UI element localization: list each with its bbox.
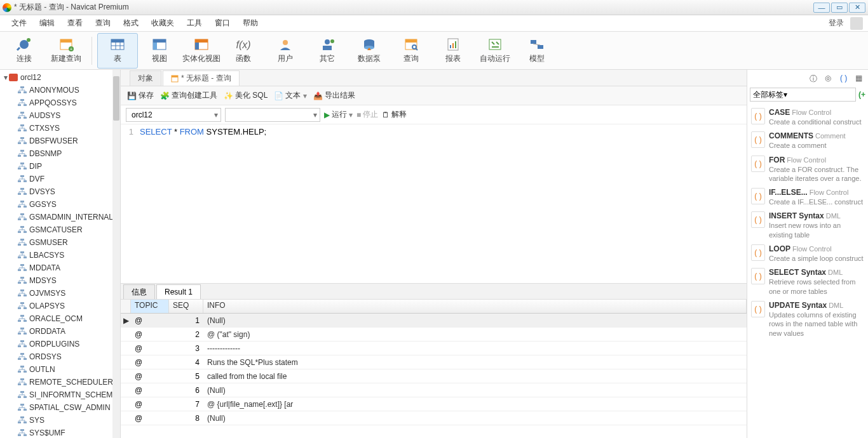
tree-item-dvsys[interactable]: DVSYS [0, 185, 120, 198]
export-button[interactable]: 📤导出结果 [313, 90, 355, 101]
maximize-button[interactable]: ▭ [831, 3, 848, 13]
col-info[interactable]: INFO [203, 300, 747, 313]
table-row[interactable]: ▶@1(Null) [121, 314, 747, 328]
snippet-select-syntax[interactable]: ( )SELECT SyntaxDMLRetrieve rows selecte… [747, 265, 868, 298]
close-button[interactable]: ✕ [849, 3, 865, 13]
table-row[interactable]: @8(Null) [121, 411, 747, 425]
database-icon [9, 74, 18, 81]
connection-combo[interactable]: orcl12 ▾ [126, 108, 221, 122]
tree-item-oracle_ocm[interactable]: ORACLE_OCM [0, 312, 120, 325]
tree-item-orddata[interactable]: ORDDATA [0, 325, 120, 338]
toolbar-pump[interactable]: 数据泵 [349, 33, 390, 69]
sidebar-scrollbar[interactable] [112, 70, 120, 438]
run-button[interactable]: ▶运行▾ [324, 109, 353, 120]
tree-root-orcl12[interactable]: ▾ orcl12 [0, 71, 120, 84]
text-button[interactable]: 📄文本▾ [274, 90, 307, 101]
explain-button[interactable]: 🗒解释 [382, 109, 407, 120]
beautify-button[interactable]: ✨美化 SQL [224, 90, 268, 101]
query-builder-button[interactable]: 🧩查询创建工具 [160, 90, 217, 101]
result-tab-info[interactable]: 信息 [123, 284, 155, 299]
col-seq[interactable]: SEQ [169, 300, 203, 313]
tree-item-mddata[interactable]: MDDATA [0, 262, 120, 274]
snippet-for[interactable]: ( )FORFlow ControlCreate a FOR construct… [747, 153, 868, 186]
tree-item-olapsys[interactable]: OLAPSYS [0, 300, 120, 312]
tree-item-sys$umf[interactable]: SYS$UMF [0, 427, 120, 438]
tree-item-dip[interactable]: DIP [0, 160, 120, 173]
minimize-button[interactable]: — [813, 3, 830, 13]
tree-item-sys[interactable]: SYS [0, 414, 120, 427]
menu-窗口[interactable]: 窗口 [208, 15, 236, 31]
table-row[interactable]: @3------------- [121, 342, 747, 355]
menu-文件[interactable]: 文件 [5, 15, 33, 31]
toolbar-auto[interactable]: 自动运行 [475, 33, 515, 69]
tree-item-dvf[interactable]: DVF [0, 173, 120, 185]
menu-收藏夹[interactable]: 收藏夹 [145, 15, 180, 31]
toolbar-plug[interactable]: 连接 [4, 33, 44, 69]
login-link[interactable]: 登录 [829, 18, 844, 29]
result-tab-result1[interactable]: Result 1 [156, 284, 201, 299]
snippet-insert-syntax[interactable]: ( )INSERT SyntaxDMLInsert new rows into … [747, 209, 868, 242]
tree-item-remote_scheduler_[interactable]: REMOTE_SCHEDULER_ [0, 376, 120, 388]
tree-item-si_informtn_schem[interactable]: SI_INFORMTN_SCHEM [0, 388, 120, 401]
menu-工具[interactable]: 工具 [180, 15, 208, 31]
tab-objects[interactable]: 对象 [130, 70, 161, 86]
snippet-update-syntax[interactable]: ( )UPDATE SyntaxDMLUpdates columns of ex… [747, 298, 868, 340]
toolbar-other[interactable]: 其它 [307, 33, 348, 69]
tag-filter-combo[interactable]: 全部标签 ▾ [750, 88, 856, 102]
toolbar-newquery[interactable]: +新建查询 [46, 33, 86, 69]
snippet-loop[interactable]: ( )LOOPFlow ControlCreate a simple loop … [747, 242, 868, 265]
menu-查询[interactable]: 查询 [89, 15, 117, 31]
tree-item-gsmcatuser[interactable]: GSMCATUSER [0, 223, 120, 236]
tree-item-mdsys[interactable]: MDSYS [0, 274, 120, 287]
tree-item-spatial_csw_admin[interactable]: SPATIAL_CSW_ADMIN [0, 401, 120, 414]
svg-rect-200 [18, 383, 21, 385]
tree-item-dbsnmp[interactable]: DBSNMP [0, 147, 120, 160]
toolbar-report[interactable]: 报表 [433, 33, 473, 69]
snippet-comments[interactable]: ( )COMMENTSCommentCreate a comment [747, 129, 868, 152]
tree-item-ggsys[interactable]: GGSYS [0, 198, 120, 211]
tree-item-dbsfwuser[interactable]: DBSFWUSER [0, 135, 120, 147]
table-row[interactable]: @4Runs the SQL*Plus statem [121, 355, 747, 369]
sql-editor[interactable]: 1 SELECT * FROM SYSTEM.HELP; [121, 124, 747, 283]
schema-combo[interactable]: ▾ [225, 108, 320, 122]
menu-查看[interactable]: 查看 [61, 15, 89, 31]
menu-格式[interactable]: 格式 [117, 15, 145, 31]
snippet-case[interactable]: ( )CASEFlow ControlCreate a conditional … [747, 105, 868, 129]
toolbar-query[interactable]: 查询 [391, 33, 431, 69]
tree-item-ctxsys[interactable]: CTXSYS [0, 122, 120, 135]
tree-item-lbacsys[interactable]: LBACSYS [0, 249, 120, 262]
stop-button[interactable]: ■停止 [356, 109, 378, 120]
table-row[interactable]: @6(Null) [121, 383, 747, 397]
tab-query[interactable]: * 无标题 - 查询 [163, 70, 240, 86]
tree-item-gsmuser[interactable]: GSMUSER [0, 236, 120, 249]
target-icon[interactable]: ◎ [825, 74, 834, 83]
col-topic[interactable]: TOPIC [131, 300, 169, 313]
tree-item-audsys[interactable]: AUDSYS [0, 109, 120, 122]
tree-item-anonymous[interactable]: ANONYMOUS [0, 84, 120, 96]
snippet-if-else-[interactable]: ( )IF...ELSE...Flow ControlCreate a IF..… [747, 185, 868, 209]
brackets-icon[interactable]: ( ) [840, 74, 849, 83]
table-row[interactable]: @7@ {url|file_name[.ext]} [ar [121, 397, 747, 411]
toolbar-fx[interactable]: f(x)函数 [223, 33, 264, 69]
svg-rect-164 [20, 315, 24, 317]
menu-帮助[interactable]: 帮助 [236, 15, 264, 31]
tree-item-gsmadmin_internal[interactable]: GSMADMIN_INTERNAL [0, 211, 120, 223]
tree-item-ojvmsys[interactable]: OJVMSYS [0, 287, 120, 300]
toolbar-table[interactable]: 表 [97, 33, 138, 69]
tree-item-outln[interactable]: OUTLN [0, 363, 120, 376]
grid-icon[interactable]: ▦ [855, 74, 864, 83]
table-row[interactable]: @2@ ("at" sign) [121, 328, 747, 342]
tree-item-ordplugins[interactable]: ORDPLUGINS [0, 338, 120, 350]
save-button[interactable]: 💾保存 [127, 90, 154, 101]
info-icon[interactable]: ⓘ [810, 74, 818, 83]
table-row[interactable]: @5called from the local file [121, 369, 747, 383]
toolbar-view[interactable]: 视图 [139, 33, 180, 69]
toolbar-model[interactable]: 模型 [517, 33, 557, 69]
tree-item-ordsys[interactable]: ORDSYS [0, 350, 120, 363]
toolbar-user[interactable]: 用户 [265, 33, 306, 69]
toolbar-matview[interactable]: 实体化视图 [181, 33, 222, 69]
add-snippet-button[interactable]: (+ [858, 90, 865, 99]
user-avatar[interactable] [850, 17, 863, 30]
menu-编辑[interactable]: 编辑 [33, 15, 61, 31]
tree-item-appqossys[interactable]: APPQOSSYS [0, 96, 120, 109]
